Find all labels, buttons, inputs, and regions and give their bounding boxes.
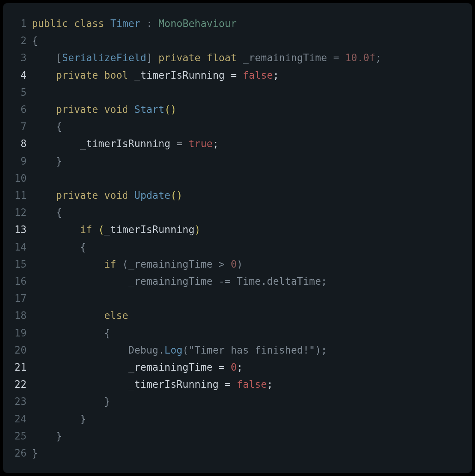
line-number: 5	[12, 84, 32, 101]
code-token: }	[56, 430, 62, 442]
code-token: class	[74, 18, 104, 29]
code-line: 6 private void Start()	[12, 101, 463, 118]
code-token	[237, 52, 243, 63]
code-token: }	[80, 413, 86, 425]
line-number: 23	[12, 393, 32, 410]
line-number: 18	[12, 307, 32, 324]
code-token	[218, 379, 225, 390]
line-number: 7	[12, 118, 32, 135]
code-token	[32, 430, 56, 442]
code-token	[32, 344, 128, 356]
line-number: 24	[12, 411, 32, 428]
code-content: _timerIsRunning = false;	[32, 376, 273, 393]
line-number: 8	[12, 135, 32, 152]
code-token: ()	[171, 190, 183, 201]
code-content: }	[32, 411, 86, 428]
code-token: bool	[104, 70, 128, 81]
line-number: 2	[12, 32, 32, 49]
code-content: private void Start()	[32, 101, 177, 118]
code-line: 21 _remainingTime = 0;	[12, 359, 463, 376]
code-token: -=	[218, 276, 231, 287]
code-token: float	[207, 52, 237, 63]
code-content: if (_remainingTime > 0)	[32, 256, 243, 273]
code-token: if	[80, 224, 92, 235]
code-content: }	[32, 428, 62, 445]
line-number: 14	[12, 239, 32, 256]
code-token	[152, 52, 158, 63]
code-content: {	[32, 204, 62, 221]
code-token: >	[219, 259, 225, 270]
code-content: Debug.Log("Timer has finished!");	[32, 342, 327, 359]
code-content: {	[32, 32, 38, 49]
code-token	[231, 379, 237, 390]
line-number: 22	[12, 376, 32, 393]
code-line: 12 {	[12, 204, 463, 221]
code-token: ]	[146, 52, 152, 63]
line-number: 26	[12, 445, 32, 462]
code-line: 7 {	[12, 118, 463, 135]
code-token: _remainingTime	[243, 52, 327, 63]
code-token: )	[237, 259, 243, 270]
code-content: private void Update()	[32, 187, 182, 204]
code-token: {	[104, 327, 110, 339]
code-token: SerializeField	[62, 52, 146, 63]
code-content: else	[32, 307, 128, 324]
code-content: _remainingTime = 0;	[32, 359, 243, 376]
code-content: {	[32, 325, 110, 342]
code-token: .	[158, 344, 165, 356]
code-token	[339, 52, 345, 63]
line-number: 3	[12, 49, 32, 67]
code-editor: 1public class Timer : MonoBehaviour2{3 […	[3, 3, 472, 473]
code-line: 24 }	[12, 411, 463, 428]
code-content: public class Timer : MonoBehaviour	[32, 15, 237, 32]
code-token: private	[56, 190, 98, 201]
code-token: ;	[273, 70, 279, 81]
code-token: 0	[231, 259, 237, 270]
line-number: 20	[12, 342, 32, 359]
code-token: ;	[267, 379, 273, 390]
code-content: if (_timerIsRunning)	[32, 221, 201, 238]
code-token	[32, 396, 104, 407]
code-token: {	[56, 121, 62, 132]
code-line: 19 {	[12, 325, 463, 342]
code-line: 16 _remainingTime -= Time.deltaTime;	[12, 273, 463, 290]
code-line: 18 else	[12, 307, 463, 324]
code-line: 22 _timerIsRunning = false;	[12, 376, 463, 393]
code-token: ;	[213, 138, 219, 149]
code-token: if	[104, 259, 116, 270]
code-token: _timerIsRunning	[80, 138, 171, 149]
code-token	[32, 259, 104, 270]
code-token	[32, 52, 56, 63]
code-token: :	[146, 18, 152, 29]
code-token: Timer	[110, 18, 140, 29]
code-token	[98, 70, 104, 81]
code-line: 11 private void Update()	[12, 187, 463, 204]
code-token	[32, 327, 104, 339]
code-line: 20 Debug.Log("Timer has finished!");	[12, 342, 463, 359]
code-token	[128, 70, 135, 81]
code-token	[128, 104, 135, 115]
code-token: .	[261, 276, 267, 287]
code-token	[32, 413, 80, 425]
line-number: 25	[12, 428, 32, 445]
code-content: }	[32, 445, 38, 462]
code-token: {	[56, 207, 62, 218]
code-token	[128, 190, 135, 201]
code-token	[213, 276, 219, 287]
code-token: [	[56, 52, 62, 63]
code-token	[32, 362, 128, 373]
code-token	[32, 224, 80, 235]
code-token	[152, 18, 158, 29]
code-line: 15 if (_remainingTime > 0)	[12, 256, 463, 273]
code-token	[68, 18, 74, 29]
code-token	[231, 276, 237, 287]
code-line: 2{	[12, 32, 463, 49]
code-line: 3 [SerializeField] private float _remain…	[12, 49, 463, 67]
code-token: Time	[237, 276, 261, 287]
code-token: 0	[231, 362, 237, 373]
code-line: 26}	[12, 445, 463, 462]
code-token: )	[315, 344, 321, 356]
code-token	[32, 190, 56, 201]
code-token: =	[225, 379, 231, 390]
code-token	[237, 70, 243, 81]
